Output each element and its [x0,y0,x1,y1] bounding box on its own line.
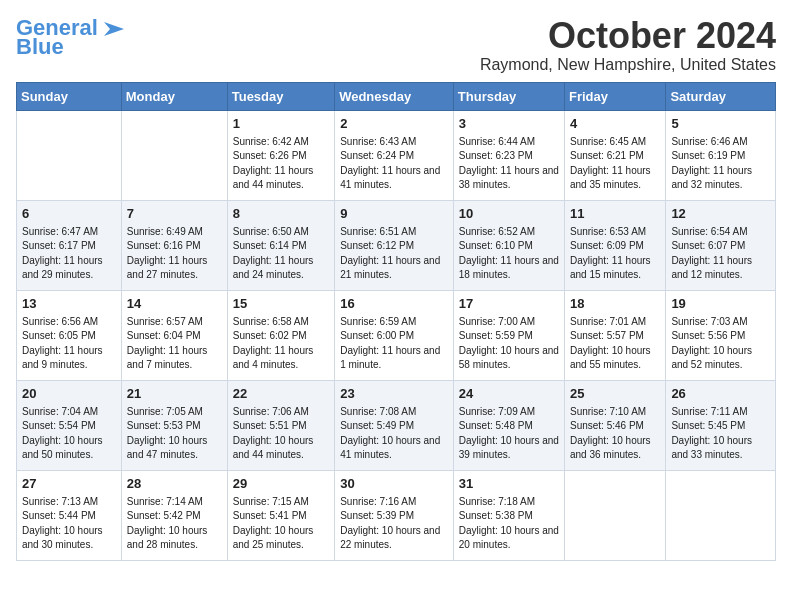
day-number: 2 [340,115,448,133]
calendar-day-29: 29Sunrise: 7:15 AMSunset: 5:41 PMDayligh… [227,470,334,560]
day-number: 7 [127,205,222,223]
month-title: October 2024 [480,16,776,56]
day-number: 31 [459,475,559,493]
calendar-day-9: 9Sunrise: 6:51 AMSunset: 6:12 PMDaylight… [335,200,454,290]
title-block: October 2024 Raymond, New Hampshire, Uni… [480,16,776,74]
day-info: Sunrise: 6:43 AMSunset: 6:24 PMDaylight:… [340,135,448,193]
day-number: 25 [570,385,660,403]
day-number: 8 [233,205,329,223]
calendar-day-3: 3Sunrise: 6:44 AMSunset: 6:23 PMDaylight… [453,110,564,200]
logo-arrow-icon [100,18,128,40]
day-info: Sunrise: 6:50 AMSunset: 6:14 PMDaylight:… [233,225,329,283]
calendar-day-27: 27Sunrise: 7:13 AMSunset: 5:44 PMDayligh… [17,470,122,560]
day-number: 9 [340,205,448,223]
day-info: Sunrise: 6:54 AMSunset: 6:07 PMDaylight:… [671,225,770,283]
day-info: Sunrise: 7:10 AMSunset: 5:46 PMDaylight:… [570,405,660,463]
calendar-day-24: 24Sunrise: 7:09 AMSunset: 5:48 PMDayligh… [453,380,564,470]
calendar-day-17: 17Sunrise: 7:00 AMSunset: 5:59 PMDayligh… [453,290,564,380]
day-number: 21 [127,385,222,403]
calendar-day-18: 18Sunrise: 7:01 AMSunset: 5:57 PMDayligh… [564,290,665,380]
weekday-header-thursday: Thursday [453,82,564,110]
weekday-header-row: SundayMondayTuesdayWednesdayThursdayFrid… [17,82,776,110]
calendar-day-20: 20Sunrise: 7:04 AMSunset: 5:54 PMDayligh… [17,380,122,470]
calendar-day-2: 2Sunrise: 6:43 AMSunset: 6:24 PMDaylight… [335,110,454,200]
day-info: Sunrise: 6:42 AMSunset: 6:26 PMDaylight:… [233,135,329,193]
calendar-day-6: 6Sunrise: 6:47 AMSunset: 6:17 PMDaylight… [17,200,122,290]
day-info: Sunrise: 6:59 AMSunset: 6:00 PMDaylight:… [340,315,448,373]
day-info: Sunrise: 7:16 AMSunset: 5:39 PMDaylight:… [340,495,448,553]
calendar-day-13: 13Sunrise: 6:56 AMSunset: 6:05 PMDayligh… [17,290,122,380]
weekday-header-sunday: Sunday [17,82,122,110]
weekday-header-tuesday: Tuesday [227,82,334,110]
calendar-day-empty [564,470,665,560]
weekday-header-monday: Monday [121,82,227,110]
calendar-week-row: 1Sunrise: 6:42 AMSunset: 6:26 PMDaylight… [17,110,776,200]
day-number: 26 [671,385,770,403]
calendar-day-31: 31Sunrise: 7:18 AMSunset: 5:38 PMDayligh… [453,470,564,560]
calendar-day-22: 22Sunrise: 7:06 AMSunset: 5:51 PMDayligh… [227,380,334,470]
calendar-day-23: 23Sunrise: 7:08 AMSunset: 5:49 PMDayligh… [335,380,454,470]
day-number: 5 [671,115,770,133]
day-info: Sunrise: 7:13 AMSunset: 5:44 PMDaylight:… [22,495,116,553]
day-number: 24 [459,385,559,403]
day-info: Sunrise: 6:47 AMSunset: 6:17 PMDaylight:… [22,225,116,283]
calendar-day-21: 21Sunrise: 7:05 AMSunset: 5:53 PMDayligh… [121,380,227,470]
weekday-header-wednesday: Wednesday [335,82,454,110]
day-info: Sunrise: 6:56 AMSunset: 6:05 PMDaylight:… [22,315,116,373]
day-info: Sunrise: 7:05 AMSunset: 5:53 PMDaylight:… [127,405,222,463]
calendar-day-8: 8Sunrise: 6:50 AMSunset: 6:14 PMDaylight… [227,200,334,290]
day-number: 14 [127,295,222,313]
day-info: Sunrise: 7:04 AMSunset: 5:54 PMDaylight:… [22,405,116,463]
calendar-week-row: 27Sunrise: 7:13 AMSunset: 5:44 PMDayligh… [17,470,776,560]
day-number: 12 [671,205,770,223]
day-number: 20 [22,385,116,403]
day-number: 4 [570,115,660,133]
day-number: 10 [459,205,559,223]
calendar-week-row: 6Sunrise: 6:47 AMSunset: 6:17 PMDaylight… [17,200,776,290]
page-header: General Blue October 2024 Raymond, New H… [16,16,776,74]
day-info: Sunrise: 6:58 AMSunset: 6:02 PMDaylight:… [233,315,329,373]
day-number: 15 [233,295,329,313]
day-info: Sunrise: 6:49 AMSunset: 6:16 PMDaylight:… [127,225,222,283]
calendar-table: SundayMondayTuesdayWednesdayThursdayFrid… [16,82,776,561]
day-number: 11 [570,205,660,223]
day-number: 28 [127,475,222,493]
calendar-day-empty [17,110,122,200]
day-info: Sunrise: 6:44 AMSunset: 6:23 PMDaylight:… [459,135,559,193]
day-number: 29 [233,475,329,493]
calendar-week-row: 20Sunrise: 7:04 AMSunset: 5:54 PMDayligh… [17,380,776,470]
calendar-day-4: 4Sunrise: 6:45 AMSunset: 6:21 PMDaylight… [564,110,665,200]
calendar-day-19: 19Sunrise: 7:03 AMSunset: 5:56 PMDayligh… [666,290,776,380]
day-number: 30 [340,475,448,493]
calendar-day-26: 26Sunrise: 7:11 AMSunset: 5:45 PMDayligh… [666,380,776,470]
weekday-header-friday: Friday [564,82,665,110]
day-info: Sunrise: 6:53 AMSunset: 6:09 PMDaylight:… [570,225,660,283]
day-info: Sunrise: 7:11 AMSunset: 5:45 PMDaylight:… [671,405,770,463]
weekday-header-saturday: Saturday [666,82,776,110]
calendar-day-1: 1Sunrise: 6:42 AMSunset: 6:26 PMDaylight… [227,110,334,200]
calendar-week-row: 13Sunrise: 6:56 AMSunset: 6:05 PMDayligh… [17,290,776,380]
calendar-day-30: 30Sunrise: 7:16 AMSunset: 5:39 PMDayligh… [335,470,454,560]
day-number: 13 [22,295,116,313]
calendar-day-empty [121,110,227,200]
day-info: Sunrise: 6:45 AMSunset: 6:21 PMDaylight:… [570,135,660,193]
logo-blue: Blue [16,36,64,58]
day-number: 3 [459,115,559,133]
day-info: Sunrise: 7:15 AMSunset: 5:41 PMDaylight:… [233,495,329,553]
day-number: 22 [233,385,329,403]
logo: General Blue [16,16,128,58]
calendar-day-15: 15Sunrise: 6:58 AMSunset: 6:02 PMDayligh… [227,290,334,380]
day-number: 18 [570,295,660,313]
location-text: Raymond, New Hampshire, United States [480,56,776,74]
calendar-day-28: 28Sunrise: 7:14 AMSunset: 5:42 PMDayligh… [121,470,227,560]
calendar-day-5: 5Sunrise: 6:46 AMSunset: 6:19 PMDaylight… [666,110,776,200]
calendar-day-16: 16Sunrise: 6:59 AMSunset: 6:00 PMDayligh… [335,290,454,380]
day-number: 27 [22,475,116,493]
calendar-day-12: 12Sunrise: 6:54 AMSunset: 6:07 PMDayligh… [666,200,776,290]
day-info: Sunrise: 7:01 AMSunset: 5:57 PMDaylight:… [570,315,660,373]
calendar-day-empty [666,470,776,560]
calendar-day-11: 11Sunrise: 6:53 AMSunset: 6:09 PMDayligh… [564,200,665,290]
day-info: Sunrise: 6:52 AMSunset: 6:10 PMDaylight:… [459,225,559,283]
day-info: Sunrise: 7:09 AMSunset: 5:48 PMDaylight:… [459,405,559,463]
day-number: 19 [671,295,770,313]
